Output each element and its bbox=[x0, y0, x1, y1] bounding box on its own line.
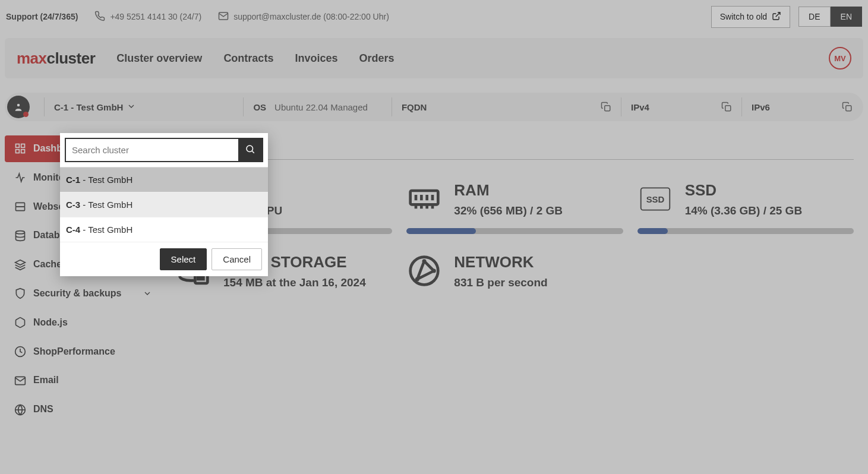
network-icon bbox=[406, 253, 442, 289]
sidebar-item-dns[interactable]: DNS bbox=[5, 396, 162, 423]
svg-point-26 bbox=[247, 146, 253, 152]
cluster-code: C-1 bbox=[66, 175, 80, 185]
card-title: NETWORK bbox=[454, 253, 623, 271]
svg-rect-3 bbox=[725, 106, 731, 111]
nav-invoices[interactable]: Invoices bbox=[295, 52, 337, 65]
cancel-button[interactable]: Cancel bbox=[212, 248, 262, 270]
ipv6-section: IPv6 bbox=[752, 102, 853, 112]
phone-text: +49 5251 4141 30 (24/7) bbox=[110, 12, 201, 21]
search-icon bbox=[245, 144, 255, 156]
cluster-list-item[interactable]: C-1 - Test GmbH bbox=[60, 168, 268, 192]
cluster-list-item[interactable]: C-4 - Test GmbH bbox=[60, 217, 268, 242]
cluster-list-item[interactable]: C-3 - Test GmbH bbox=[60, 192, 268, 217]
progress-bar bbox=[406, 228, 623, 234]
lang-en-button[interactable]: EN bbox=[831, 7, 862, 27]
database-icon bbox=[14, 230, 26, 242]
card-subtitle: 831 B per second bbox=[454, 276, 623, 289]
divider bbox=[741, 97, 742, 116]
cluster-list: C-1 - Test GmbH C-3 - Test GmbH C-4 - Te… bbox=[60, 167, 268, 242]
grid-icon bbox=[14, 143, 26, 154]
gauge-icon bbox=[14, 346, 26, 358]
nav-contracts[interactable]: Contracts bbox=[223, 52, 273, 65]
svg-rect-10 bbox=[16, 207, 25, 211]
globe-icon bbox=[14, 404, 26, 416]
card-subtitle: 154 MB at the Jan 16, 2024 bbox=[223, 276, 392, 289]
sidebar-item-nodejs[interactable]: Node.js bbox=[5, 309, 162, 336]
progress-fill bbox=[406, 228, 476, 234]
sidebar-item-shopperf[interactable]: ShopPerformance bbox=[5, 339, 162, 365]
copy-icon[interactable] bbox=[842, 102, 853, 112]
svg-rect-9 bbox=[16, 203, 25, 207]
hexagon-icon bbox=[14, 317, 26, 328]
ipv4-label: IPv4 bbox=[631, 102, 649, 112]
card-ssd: SSD SSD 14% (3.36 GB) / 25 GB bbox=[637, 181, 854, 234]
divider bbox=[392, 97, 392, 116]
sidebar-item-security[interactable]: Security & backups bbox=[5, 280, 162, 307]
nav-orders[interactable]: Orders bbox=[359, 52, 394, 65]
card-subtitle: 32% (656 MB) / 2 GB bbox=[454, 204, 623, 217]
activity-icon bbox=[14, 172, 26, 184]
shield-icon bbox=[14, 287, 26, 299]
svg-rect-5 bbox=[16, 144, 20, 148]
cluster-company: - Test GmbH bbox=[80, 175, 132, 185]
svg-point-1 bbox=[17, 103, 20, 107]
svg-rect-8 bbox=[21, 150, 25, 153]
sidebar-item-label: Email bbox=[33, 374, 152, 387]
svg-rect-6 bbox=[21, 144, 25, 148]
svg-rect-2 bbox=[605, 106, 610, 111]
sidebar-item-label: Node.js bbox=[33, 317, 152, 329]
fqdn-label: FQDN bbox=[402, 102, 427, 112]
logo[interactable]: maxcluster bbox=[17, 49, 95, 68]
search-button[interactable] bbox=[238, 138, 263, 162]
os-info: OS Ubuntu 22.04 Managed bbox=[253, 102, 367, 112]
mail-icon bbox=[218, 11, 229, 23]
ipv4-section: IPv4 bbox=[631, 102, 732, 112]
divider bbox=[243, 97, 244, 116]
switch-to-old-label: Switch to old bbox=[720, 12, 767, 21]
ipv6-label: IPv6 bbox=[752, 102, 770, 112]
cluster-company: - Test GmbH bbox=[80, 225, 132, 235]
sidebar-item-email[interactable]: Email bbox=[5, 367, 162, 394]
chevron-down-icon bbox=[143, 289, 152, 298]
divider bbox=[621, 97, 621, 116]
main-navbar: maxcluster Cluster overview Contracts In… bbox=[5, 38, 863, 78]
divider bbox=[44, 97, 45, 116]
search-input[interactable] bbox=[65, 138, 238, 162]
ssd-icon: SSD bbox=[637, 181, 673, 217]
cluster-code: C-3 bbox=[66, 200, 80, 210]
language-switcher: DE EN bbox=[798, 7, 862, 27]
os-label: OS bbox=[253, 102, 266, 112]
dashboard-grid: CPU 6% / 1 CPU RAM 32% (656 MB) / 2 GB bbox=[176, 181, 854, 289]
progress-bar bbox=[637, 228, 854, 234]
main-content: Dashboard CPU 6% / 1 CPU bbox=[176, 135, 863, 425]
svg-rect-4 bbox=[846, 106, 851, 111]
cluster-search-popover: C-1 - Test GmbH C-3 - Test GmbH C-4 - Te… bbox=[60, 133, 268, 276]
avatar[interactable]: MV bbox=[829, 47, 851, 69]
cluster-name: C-1 - Test GmbH bbox=[54, 102, 123, 112]
phone-contact[interactable]: +49 5251 4141 30 (24/7) bbox=[94, 11, 201, 23]
fqdn-section: FQDN bbox=[402, 102, 611, 112]
user-circle-icon[interactable] bbox=[7, 96, 30, 118]
cluster-company: - Test GmbH bbox=[80, 200, 132, 210]
card-title: RAM bbox=[454, 181, 623, 200]
sidebar-item-label: DNS bbox=[33, 403, 152, 416]
title-underline bbox=[176, 159, 854, 160]
server-icon bbox=[14, 201, 26, 213]
email-contact[interactable]: support@maxcluster.de (08:00-22:00 Uhr) bbox=[218, 11, 389, 23]
switch-to-old-button[interactable]: Switch to old bbox=[711, 6, 790, 28]
os-value: Ubuntu 22.04 Managed bbox=[274, 102, 368, 112]
ram-icon bbox=[406, 181, 442, 217]
lang-de-button[interactable]: DE bbox=[798, 7, 830, 27]
copy-icon[interactable] bbox=[721, 102, 732, 112]
cluster-selector[interactable]: C-1 - Test GmbH bbox=[54, 102, 136, 113]
card-ram: RAM 32% (656 MB) / 2 GB bbox=[406, 181, 623, 234]
copy-icon[interactable] bbox=[601, 102, 611, 112]
mail-icon bbox=[14, 375, 26, 387]
card-title: SSD bbox=[685, 181, 854, 200]
top-contact-bar: Support (24/7/365) +49 5251 4141 30 (24/… bbox=[0, 0, 868, 33]
select-button[interactable]: Select bbox=[160, 248, 207, 270]
svg-point-11 bbox=[16, 230, 25, 233]
external-link-icon bbox=[772, 11, 781, 23]
nav-cluster-overview[interactable]: Cluster overview bbox=[116, 52, 202, 65]
page-title: Dashboard bbox=[176, 135, 854, 156]
